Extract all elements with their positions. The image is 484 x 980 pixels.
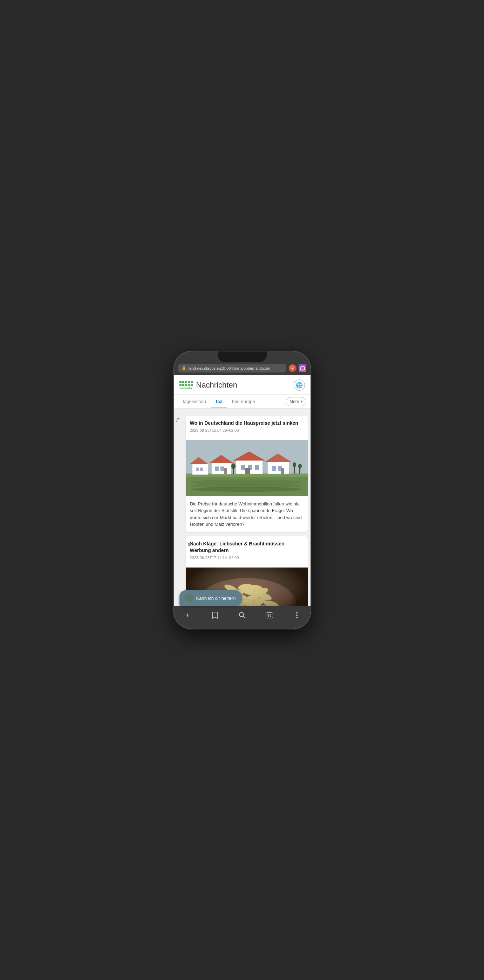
sovanta-logo: sovanta (179, 381, 193, 390)
svg-point-60 (296, 612, 298, 614)
app-header: sovanta Nachrichten 🌐 (174, 375, 311, 395)
chevron-down-icon: ▾ (301, 399, 303, 403)
logo-dot-2 (182, 381, 184, 383)
chat-message: Kann ich dir helfen? (196, 596, 236, 601)
svg-line-59 (243, 616, 245, 618)
logo-dot-4 (188, 381, 190, 383)
svg-rect-28 (281, 468, 284, 474)
url-bar[interactable]: 🔒 tend-dev.cfapps.eu10-004.hana.ondemand… (178, 364, 286, 372)
bottom-bar: + 93 (174, 606, 311, 628)
tabs-bar: tagesschau faz bbc-europe More ▾ (174, 395, 311, 409)
logo-dot-10 (190, 384, 193, 386)
chat-bubble[interactable]: Kann ich dir helfen? (179, 590, 242, 606)
article-1-image (186, 440, 308, 496)
article-1-summary: Die Preise für deutsche Wohnimmobilien f… (186, 496, 308, 532)
menu-button[interactable] (290, 609, 304, 622)
tabs-list: tagesschau faz bbc-europe (178, 395, 286, 408)
svg-rect-20 (241, 465, 245, 470)
card-content-2: Nach Klage: Liebscher & Bracht müssen We… (186, 536, 308, 568)
more-button[interactable]: More ▾ (286, 397, 306, 406)
feed-container: Wo in Deutschland die Hauspreise jetzt s… (174, 413, 311, 606)
tab-faz[interactable]: faz (211, 395, 227, 408)
article-1-date: 2023-06-23T15:54:29+02:00 (190, 428, 303, 433)
globe-button[interactable]: 🌐 (294, 380, 305, 391)
logo-dot-8 (185, 384, 187, 386)
svg-rect-16 (221, 466, 224, 471)
brave-icon[interactable] (289, 364, 297, 372)
phone-notch (217, 352, 267, 362)
news-feed[interactable]: Wo in Deutschland die Hauspreise jetzt s… (174, 409, 311, 606)
logo-dot-1 (179, 381, 181, 383)
logo-dot-3 (185, 381, 187, 383)
card-content-1: Wo in Deutschland die Hauspreise jetzt s… (186, 416, 308, 440)
feed-line (179, 413, 179, 606)
article-1-wrapper: Wo in Deutschland die Hauspreise jetzt s… (184, 413, 311, 532)
logo-text: sovanta (179, 387, 193, 390)
svg-marker-0 (300, 366, 305, 371)
svg-rect-22 (255, 465, 259, 470)
search-button[interactable] (235, 609, 249, 622)
svg-rect-26 (272, 466, 276, 471)
svg-rect-23 (245, 468, 250, 474)
tab-tagesschau[interactable]: tagesschau (178, 395, 211, 408)
svg-point-62 (296, 617, 298, 618)
phone-frame: 🔒 tend-dev.cfapps.eu10-004.hana.ondemand… (174, 352, 311, 628)
svg-point-61 (296, 614, 298, 616)
logo-dot-5 (190, 381, 193, 383)
svg-point-58 (240, 612, 244, 617)
bookmark-button[interactable] (208, 609, 222, 622)
tab-bbc-europe[interactable]: bbc-europe (227, 395, 260, 408)
svg-rect-12 (200, 468, 203, 471)
article-2-title: Nach Klage: Liebscher & Bracht müssen We… (190, 541, 303, 554)
svg-point-34 (298, 464, 302, 469)
svg-point-2 (176, 420, 177, 422)
phone-screen: 🔒 tend-dev.cfapps.eu10-004.hana.ondemand… (174, 352, 311, 628)
logo-dot-6 (179, 384, 181, 386)
url-text: tend-dev.cfapps.eu10-004.hana.ondemand.c… (189, 366, 270, 371)
app-content: sovanta Nachrichten 🌐 tagesschau faz bb (174, 375, 311, 606)
svg-point-8 (190, 487, 303, 492)
new-tab-button[interactable]: + (181, 609, 195, 622)
svg-rect-31 (294, 466, 295, 474)
chat-avatar (185, 594, 194, 602)
article-2-date: 2023-06-23T17:14:14+02:00 (190, 555, 303, 560)
feed-dot-2 (188, 542, 191, 546)
tabs-count: 93 (266, 612, 273, 618)
lock-icon: 🔒 (181, 366, 186, 371)
tabs-button[interactable]: 93 (262, 609, 276, 622)
article-1-title: Wo in Deutschland die Hauspreise jetzt s… (190, 420, 303, 427)
rss-icon (175, 416, 182, 423)
page-title: Nachrichten (196, 380, 237, 390)
logo-dot-9 (188, 384, 190, 386)
browser-icons (289, 364, 306, 372)
svg-rect-17 (224, 468, 227, 474)
news-card-1[interactable]: Wo in Deutschland die Hauspreise jetzt s… (186, 416, 308, 532)
header-left: sovanta Nachrichten (179, 380, 237, 390)
atlas-icon[interactable] (298, 364, 306, 372)
svg-rect-11 (196, 468, 199, 471)
svg-point-32 (293, 462, 296, 467)
logo-dot-7 (182, 384, 184, 386)
svg-point-30 (231, 463, 235, 469)
svg-rect-15 (215, 466, 219, 471)
logo-dots (179, 381, 193, 386)
